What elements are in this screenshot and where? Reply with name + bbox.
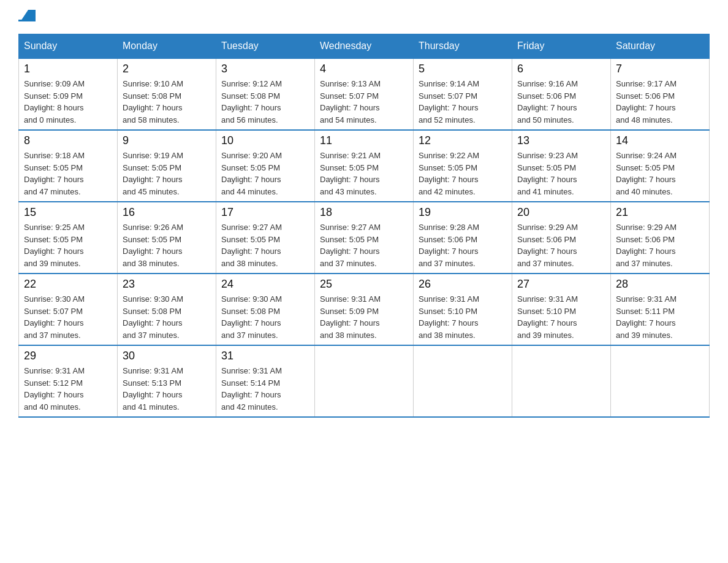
day-number: 14 bbox=[616, 134, 704, 147]
week-row-4: 22Sunrise: 9:30 AMSunset: 5:07 PMDayligh… bbox=[19, 274, 710, 345]
day-info: Sunrise: 9:31 AMSunset: 5:13 PMDaylight:… bbox=[123, 365, 211, 413]
calendar-cell: 18Sunrise: 9:27 AMSunset: 5:05 PMDayligh… bbox=[315, 202, 414, 274]
calendar-cell: 30Sunrise: 9:31 AMSunset: 5:13 PMDayligh… bbox=[118, 345, 216, 417]
day-number: 17 bbox=[221, 206, 309, 219]
day-number: 22 bbox=[24, 278, 112, 291]
calendar-cell: 29Sunrise: 9:31 AMSunset: 5:12 PMDayligh… bbox=[19, 345, 118, 417]
day-number: 21 bbox=[616, 206, 704, 219]
calendar-cell: 19Sunrise: 9:28 AMSunset: 5:06 PMDayligh… bbox=[414, 202, 512, 274]
calendar-cell: 26Sunrise: 9:31 AMSunset: 5:10 PMDayligh… bbox=[414, 274, 512, 345]
day-info: Sunrise: 9:29 AMSunset: 5:06 PMDaylight:… bbox=[517, 221, 605, 269]
day-number: 20 bbox=[517, 206, 605, 219]
day-number: 3 bbox=[221, 63, 309, 75]
calendar-cell: 13Sunrise: 9:23 AMSunset: 5:05 PMDayligh… bbox=[512, 130, 611, 202]
calendar-cell bbox=[512, 345, 611, 417]
day-number: 24 bbox=[221, 278, 309, 291]
week-row-1: 1Sunrise: 9:09 AMSunset: 5:09 PMDaylight… bbox=[19, 58, 710, 130]
day-number: 11 bbox=[320, 134, 408, 147]
calendar-cell: 27Sunrise: 9:31 AMSunset: 5:10 PMDayligh… bbox=[512, 274, 611, 345]
calendar-cell: 14Sunrise: 9:24 AMSunset: 5:05 PMDayligh… bbox=[611, 130, 710, 202]
calendar-cell: 25Sunrise: 9:31 AMSunset: 5:09 PMDayligh… bbox=[315, 274, 414, 345]
day-info: Sunrise: 9:30 AMSunset: 5:08 PMDaylight:… bbox=[123, 293, 211, 341]
calendar-cell: 21Sunrise: 9:29 AMSunset: 5:06 PMDayligh… bbox=[611, 202, 710, 274]
calendar-cell: 16Sunrise: 9:26 AMSunset: 5:05 PMDayligh… bbox=[118, 202, 216, 274]
day-number: 27 bbox=[517, 278, 605, 291]
day-number: 29 bbox=[24, 350, 112, 362]
day-number: 8 bbox=[24, 134, 112, 147]
weekday-header-row: SundayMondayTuesdayWednesdayThursdayFrid… bbox=[19, 34, 710, 59]
calendar-cell bbox=[315, 345, 414, 417]
calendar-cell: 22Sunrise: 9:30 AMSunset: 5:07 PMDayligh… bbox=[19, 274, 118, 345]
day-info: Sunrise: 9:31 AMSunset: 5:09 PMDaylight:… bbox=[320, 293, 408, 341]
day-info: Sunrise: 9:30 AMSunset: 5:07 PMDaylight:… bbox=[24, 293, 112, 341]
calendar-cell: 3Sunrise: 9:12 AMSunset: 5:08 PMDaylight… bbox=[216, 58, 315, 130]
weekday-header-thursday: Thursday bbox=[414, 34, 512, 59]
calendar-cell: 6Sunrise: 9:16 AMSunset: 5:06 PMDaylight… bbox=[512, 58, 611, 130]
logo bbox=[18, 12, 36, 21]
day-info: Sunrise: 9:27 AMSunset: 5:05 PMDaylight:… bbox=[320, 221, 408, 269]
day-info: Sunrise: 9:26 AMSunset: 5:05 PMDaylight:… bbox=[123, 221, 211, 269]
day-number: 18 bbox=[320, 206, 408, 219]
weekday-header-tuesday: Tuesday bbox=[216, 34, 315, 59]
day-info: Sunrise: 9:28 AMSunset: 5:06 PMDaylight:… bbox=[419, 221, 507, 269]
day-number: 13 bbox=[517, 134, 605, 147]
week-row-3: 15Sunrise: 9:25 AMSunset: 5:05 PMDayligh… bbox=[19, 202, 710, 274]
day-info: Sunrise: 9:14 AMSunset: 5:07 PMDaylight:… bbox=[419, 78, 507, 126]
calendar-cell: 12Sunrise: 9:22 AMSunset: 5:05 PMDayligh… bbox=[414, 130, 512, 202]
calendar-cell: 1Sunrise: 9:09 AMSunset: 5:09 PMDaylight… bbox=[19, 58, 118, 130]
day-info: Sunrise: 9:19 AMSunset: 5:05 PMDaylight:… bbox=[123, 150, 211, 197]
day-info: Sunrise: 9:17 AMSunset: 5:06 PMDaylight:… bbox=[616, 78, 704, 126]
day-number: 12 bbox=[419, 134, 507, 147]
calendar-table: SundayMondayTuesdayWednesdayThursdayFrid… bbox=[18, 34, 710, 418]
page-header bbox=[18, 12, 710, 21]
calendar-cell: 28Sunrise: 9:31 AMSunset: 5:11 PMDayligh… bbox=[611, 274, 710, 345]
calendar-cell: 31Sunrise: 9:31 AMSunset: 5:14 PMDayligh… bbox=[216, 345, 315, 417]
day-info: Sunrise: 9:25 AMSunset: 5:05 PMDaylight:… bbox=[24, 221, 112, 269]
calendar-cell: 9Sunrise: 9:19 AMSunset: 5:05 PMDaylight… bbox=[118, 130, 216, 202]
day-number: 31 bbox=[221, 350, 309, 362]
day-number: 6 bbox=[517, 63, 605, 75]
day-number: 16 bbox=[123, 206, 211, 219]
day-info: Sunrise: 9:20 AMSunset: 5:05 PMDaylight:… bbox=[221, 150, 309, 197]
day-info: Sunrise: 9:31 AMSunset: 5:12 PMDaylight:… bbox=[24, 365, 112, 413]
day-number: 2 bbox=[123, 63, 211, 75]
weekday-header-saturday: Saturday bbox=[611, 34, 710, 59]
day-info: Sunrise: 9:31 AMSunset: 5:11 PMDaylight:… bbox=[616, 293, 704, 341]
calendar-cell: 8Sunrise: 9:18 AMSunset: 5:05 PMDaylight… bbox=[19, 130, 118, 202]
calendar-cell: 24Sunrise: 9:30 AMSunset: 5:08 PMDayligh… bbox=[216, 274, 315, 345]
calendar-cell: 4Sunrise: 9:13 AMSunset: 5:07 PMDaylight… bbox=[315, 58, 414, 130]
weekday-header-friday: Friday bbox=[512, 34, 611, 59]
day-number: 5 bbox=[419, 63, 507, 75]
day-number: 10 bbox=[221, 134, 309, 147]
day-number: 19 bbox=[419, 206, 507, 219]
day-info: Sunrise: 9:31 AMSunset: 5:10 PMDaylight:… bbox=[419, 293, 507, 341]
day-number: 30 bbox=[123, 350, 211, 362]
day-info: Sunrise: 9:12 AMSunset: 5:08 PMDaylight:… bbox=[221, 78, 309, 126]
calendar-cell: 15Sunrise: 9:25 AMSunset: 5:05 PMDayligh… bbox=[19, 202, 118, 274]
day-info: Sunrise: 9:29 AMSunset: 5:06 PMDaylight:… bbox=[616, 221, 704, 269]
day-info: Sunrise: 9:24 AMSunset: 5:05 PMDaylight:… bbox=[616, 150, 704, 197]
calendar-cell: 7Sunrise: 9:17 AMSunset: 5:06 PMDaylight… bbox=[611, 58, 710, 130]
weekday-header-sunday: Sunday bbox=[19, 34, 118, 59]
week-row-5: 29Sunrise: 9:31 AMSunset: 5:12 PMDayligh… bbox=[19, 345, 710, 417]
calendar-cell: 23Sunrise: 9:30 AMSunset: 5:08 PMDayligh… bbox=[118, 274, 216, 345]
day-number: 15 bbox=[24, 206, 112, 219]
day-info: Sunrise: 9:09 AMSunset: 5:09 PMDaylight:… bbox=[24, 78, 112, 126]
day-number: 7 bbox=[616, 63, 704, 75]
day-info: Sunrise: 9:23 AMSunset: 5:05 PMDaylight:… bbox=[517, 150, 605, 197]
day-number: 26 bbox=[419, 278, 507, 291]
day-info: Sunrise: 9:27 AMSunset: 5:05 PMDaylight:… bbox=[221, 221, 309, 269]
day-number: 4 bbox=[320, 63, 408, 75]
calendar-cell: 2Sunrise: 9:10 AMSunset: 5:08 PMDaylight… bbox=[118, 58, 216, 130]
day-info: Sunrise: 9:18 AMSunset: 5:05 PMDaylight:… bbox=[24, 150, 112, 197]
week-row-2: 8Sunrise: 9:18 AMSunset: 5:05 PMDaylight… bbox=[19, 130, 710, 202]
calendar-cell: 10Sunrise: 9:20 AMSunset: 5:05 PMDayligh… bbox=[216, 130, 315, 202]
day-info: Sunrise: 9:31 AMSunset: 5:10 PMDaylight:… bbox=[517, 293, 605, 341]
day-info: Sunrise: 9:10 AMSunset: 5:08 PMDaylight:… bbox=[123, 78, 211, 126]
calendar-cell: 5Sunrise: 9:14 AMSunset: 5:07 PMDaylight… bbox=[414, 58, 512, 130]
calendar-cell bbox=[414, 345, 512, 417]
day-info: Sunrise: 9:30 AMSunset: 5:08 PMDaylight:… bbox=[221, 293, 309, 341]
day-number: 1 bbox=[24, 63, 112, 75]
weekday-header-wednesday: Wednesday bbox=[315, 34, 414, 59]
day-number: 9 bbox=[123, 134, 211, 147]
